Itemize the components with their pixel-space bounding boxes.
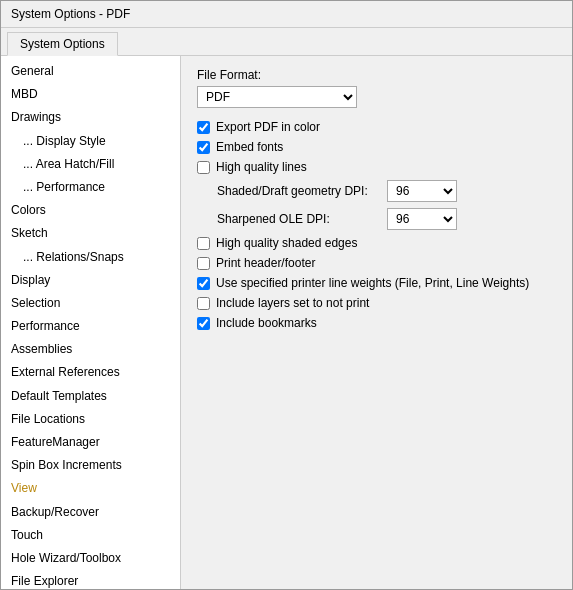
sidebar-item[interactable]: Performance xyxy=(1,315,180,338)
sidebar-item[interactable]: ... Performance xyxy=(1,176,180,199)
sidebar-item[interactable]: Assemblies xyxy=(1,338,180,361)
dpi-select[interactable]: 7296150200300600 xyxy=(387,208,457,230)
checkbox-input[interactable] xyxy=(197,237,210,250)
dpi-row: Shaded/Draft geometry DPI:72961502003006… xyxy=(197,180,556,202)
window-title: System Options - PDF xyxy=(11,7,130,21)
main-panel: File Format: PDFDXFDWGeDrawings Export P… xyxy=(181,56,572,589)
sidebar-item[interactable]: External References xyxy=(1,361,180,384)
checkbox-row: Include layers set to not print xyxy=(197,296,556,310)
dpi-select[interactable]: 7296150200300600 xyxy=(387,180,457,202)
sidebar-item[interactable]: View xyxy=(1,477,180,500)
sidebar-item[interactable]: ... Area Hatch/Fill xyxy=(1,153,180,176)
sidebar-item[interactable]: General xyxy=(1,60,180,83)
checkbox-label: Include layers set to not print xyxy=(216,296,369,310)
checkbox-input[interactable] xyxy=(197,257,210,270)
checkbox-row: High quality shaded edges xyxy=(197,236,556,250)
tab-bar: System Options xyxy=(1,28,572,56)
sidebar-item[interactable]: ... Relations/Snaps xyxy=(1,246,180,269)
checkbox-label: Embed fonts xyxy=(216,140,283,154)
checkbox-label: High quality lines xyxy=(216,160,307,174)
dpi-label: Shaded/Draft geometry DPI: xyxy=(217,184,387,198)
sidebar-item[interactable]: Touch xyxy=(1,524,180,547)
sidebar-item[interactable]: Sketch xyxy=(1,222,180,245)
dpi-row: Sharpened OLE DPI:7296150200300600 xyxy=(197,208,556,230)
checkbox-input[interactable] xyxy=(197,121,210,134)
checkbox-label: Print header/footer xyxy=(216,256,315,270)
title-bar: System Options - PDF xyxy=(1,1,572,28)
checkbox-row: Include bookmarks xyxy=(197,316,556,330)
sidebar-item[interactable]: ... Display Style xyxy=(1,130,180,153)
sidebar-item[interactable]: File Explorer xyxy=(1,570,180,589)
main-window: System Options - PDF System Options Gene… xyxy=(0,0,573,590)
dpi-label: Sharpened OLE DPI: xyxy=(217,212,387,226)
checkbox-row: High quality lines xyxy=(197,160,556,174)
file-format-select[interactable]: PDFDXFDWGeDrawings xyxy=(197,86,357,108)
content-area: GeneralMBDDrawings... Display Style... A… xyxy=(1,56,572,589)
sidebar-item[interactable]: Hole Wizard/Toolbox xyxy=(1,547,180,570)
checkbox-row: Embed fonts xyxy=(197,140,556,154)
sidebar-item[interactable]: Colors xyxy=(1,199,180,222)
tab-system-options[interactable]: System Options xyxy=(7,32,118,56)
sidebar-item[interactable]: Display xyxy=(1,269,180,292)
checkbox-row: Print header/footer xyxy=(197,256,556,270)
checkbox-input[interactable] xyxy=(197,277,210,290)
checkbox-input[interactable] xyxy=(197,161,210,174)
sidebar-item[interactable]: Spin Box Increments xyxy=(1,454,180,477)
sidebar-item[interactable]: Selection xyxy=(1,292,180,315)
checkbox-input[interactable] xyxy=(197,297,210,310)
checkbox-label: High quality shaded edges xyxy=(216,236,357,250)
checkbox-label: Use specified printer line weights (File… xyxy=(216,276,529,290)
sidebar-item[interactable]: MBD xyxy=(1,83,180,106)
checkbox-input[interactable] xyxy=(197,317,210,330)
sidebar-item[interactable]: Backup/Recover xyxy=(1,501,180,524)
sidebar: GeneralMBDDrawings... Display Style... A… xyxy=(1,56,181,589)
sidebar-item[interactable]: FeatureManager xyxy=(1,431,180,454)
checkbox-input[interactable] xyxy=(197,141,210,154)
sidebar-item[interactable]: Default Templates xyxy=(1,385,180,408)
checkbox-label: Export PDF in color xyxy=(216,120,320,134)
checkbox-label: Include bookmarks xyxy=(216,316,317,330)
file-format-row: PDFDXFDWGeDrawings xyxy=(197,86,556,108)
checkbox-row: Export PDF in color xyxy=(197,120,556,134)
sidebar-item[interactable]: Drawings xyxy=(1,106,180,129)
checkbox-row: Use specified printer line weights (File… xyxy=(197,276,556,290)
sidebar-item[interactable]: File Locations xyxy=(1,408,180,431)
file-format-label: File Format: xyxy=(197,68,556,82)
